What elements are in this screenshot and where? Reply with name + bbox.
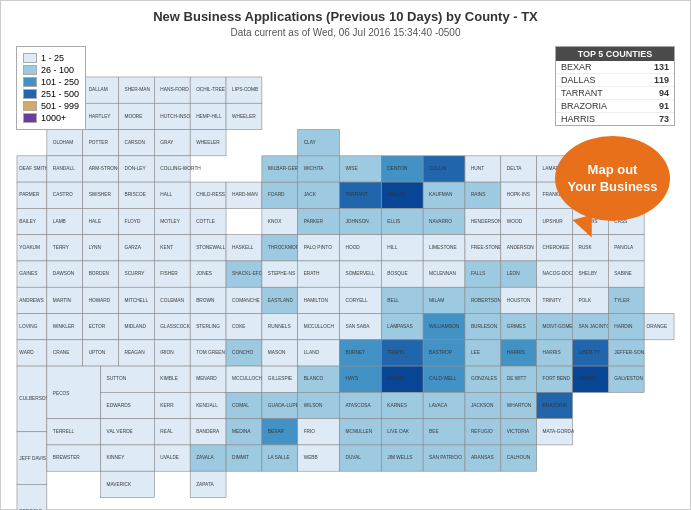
top5-row-5: HARRIS 73 bbox=[556, 113, 674, 125]
svg-rect-92 bbox=[47, 261, 83, 287]
main-container: New Business Applications (Previous 10 D… bbox=[0, 0, 691, 510]
speech-bubble[interactable]: Map out Your Business bbox=[555, 136, 670, 221]
svg-rect-188 bbox=[608, 261, 644, 287]
svg-rect-324 bbox=[572, 366, 608, 392]
legend-item-1: 1 - 25 bbox=[23, 53, 79, 63]
svg-rect-122 bbox=[340, 182, 382, 208]
svg-rect-174 bbox=[340, 261, 382, 287]
svg-rect-196 bbox=[119, 287, 155, 313]
svg-rect-210 bbox=[340, 287, 382, 313]
svg-rect-102 bbox=[226, 261, 262, 287]
svg-rect-44 bbox=[83, 182, 119, 208]
svg-rect-60 bbox=[119, 208, 155, 234]
svg-rect-70 bbox=[262, 156, 298, 182]
top5-row-2: DALLAS 119 bbox=[556, 74, 674, 87]
svg-rect-110 bbox=[381, 156, 423, 182]
svg-rect-144 bbox=[465, 208, 501, 234]
top5-val-4: 91 bbox=[659, 101, 669, 111]
chart-subtitle: Data current as of Wed, 06 Jul 2016 15:3… bbox=[1, 26, 690, 39]
svg-rect-32 bbox=[47, 156, 83, 182]
svg-rect-84 bbox=[190, 235, 226, 261]
svg-rect-394 bbox=[298, 445, 340, 471]
svg-rect-204 bbox=[262, 261, 298, 287]
svg-rect-192 bbox=[47, 287, 83, 313]
svg-rect-20 bbox=[47, 130, 83, 156]
svg-rect-306 bbox=[226, 366, 262, 392]
legend-item-4: 251 - 500 bbox=[23, 89, 79, 99]
svg-rect-374 bbox=[465, 419, 501, 445]
svg-rect-6 bbox=[190, 77, 226, 103]
svg-rect-64 bbox=[190, 208, 226, 234]
top5-name-3: TARRANT bbox=[561, 88, 603, 98]
svg-rect-232 bbox=[119, 314, 155, 340]
svg-rect-54 bbox=[17, 208, 47, 234]
svg-rect-62 bbox=[154, 208, 190, 234]
top5-header: TOP 5 COUNTIES bbox=[556, 47, 674, 61]
svg-rect-346 bbox=[465, 392, 501, 418]
svg-rect-384 bbox=[101, 445, 155, 471]
svg-rect-288 bbox=[537, 340, 573, 366]
svg-rect-248 bbox=[423, 314, 465, 340]
svg-rect-250 bbox=[465, 314, 501, 340]
svg-rect-312 bbox=[340, 366, 382, 392]
svg-rect-294 bbox=[644, 314, 674, 340]
svg-rect-86 bbox=[226, 235, 262, 261]
svg-rect-304 bbox=[190, 366, 226, 392]
svg-rect-350 bbox=[537, 392, 573, 418]
svg-rect-358 bbox=[154, 419, 190, 445]
svg-rect-112 bbox=[423, 156, 465, 182]
svg-rect-106 bbox=[298, 182, 340, 208]
svg-rect-124 bbox=[423, 182, 465, 208]
top5-name-5: HARRIS bbox=[561, 114, 595, 124]
svg-rect-376 bbox=[501, 419, 537, 445]
svg-rect-28 bbox=[190, 130, 226, 156]
svg-rect-284 bbox=[465, 340, 501, 366]
svg-rect-186 bbox=[572, 261, 608, 287]
legend-color-2 bbox=[23, 65, 37, 75]
svg-rect-136 bbox=[298, 208, 340, 234]
svg-rect-146 bbox=[501, 208, 537, 234]
svg-rect-328 bbox=[101, 392, 155, 418]
svg-rect-24 bbox=[119, 130, 155, 156]
legend-label-5: 501 - 999 bbox=[41, 101, 79, 111]
svg-rect-330 bbox=[154, 392, 190, 418]
svg-rect-348 bbox=[501, 392, 537, 418]
svg-rect-326 bbox=[608, 366, 644, 392]
svg-rect-224 bbox=[608, 287, 644, 313]
svg-rect-182 bbox=[501, 261, 537, 287]
svg-rect-176 bbox=[381, 261, 423, 287]
svg-rect-142 bbox=[423, 208, 465, 234]
svg-rect-140 bbox=[381, 208, 423, 234]
svg-rect-282 bbox=[423, 340, 465, 366]
svg-rect-128 bbox=[501, 182, 537, 208]
svg-rect-22 bbox=[83, 130, 119, 156]
svg-rect-172 bbox=[298, 261, 340, 287]
svg-rect-180 bbox=[465, 261, 501, 287]
top5-name-2: DALLAS bbox=[561, 75, 596, 85]
svg-rect-402 bbox=[465, 445, 501, 471]
top5-name-1: BEXAR bbox=[561, 62, 592, 72]
svg-rect-46 bbox=[119, 182, 155, 208]
svg-rect-368 bbox=[340, 419, 382, 445]
svg-rect-10 bbox=[83, 103, 119, 129]
svg-rect-296 bbox=[17, 366, 47, 432]
svg-rect-190 bbox=[17, 287, 47, 313]
svg-rect-78 bbox=[83, 235, 119, 261]
svg-rect-52 bbox=[226, 182, 262, 208]
svg-rect-154 bbox=[298, 235, 340, 261]
svg-rect-184 bbox=[537, 261, 573, 287]
svg-rect-400 bbox=[423, 445, 465, 471]
svg-rect-254 bbox=[537, 314, 573, 340]
svg-rect-260 bbox=[17, 340, 47, 366]
svg-rect-370 bbox=[381, 419, 423, 445]
svg-rect-42 bbox=[47, 182, 83, 208]
svg-rect-342 bbox=[381, 392, 423, 418]
svg-rect-344 bbox=[423, 392, 465, 418]
svg-rect-280 bbox=[381, 340, 423, 366]
svg-rect-108 bbox=[340, 156, 382, 182]
top5-row-3: TARRANT 94 bbox=[556, 87, 674, 100]
top5-val-1: 131 bbox=[654, 62, 669, 72]
top5-name-4: BRAZORIA bbox=[561, 101, 607, 111]
map-area: 1 - 25 26 - 100 101 - 250 251 - 500 501 … bbox=[11, 41, 680, 499]
svg-rect-162 bbox=[465, 235, 501, 261]
